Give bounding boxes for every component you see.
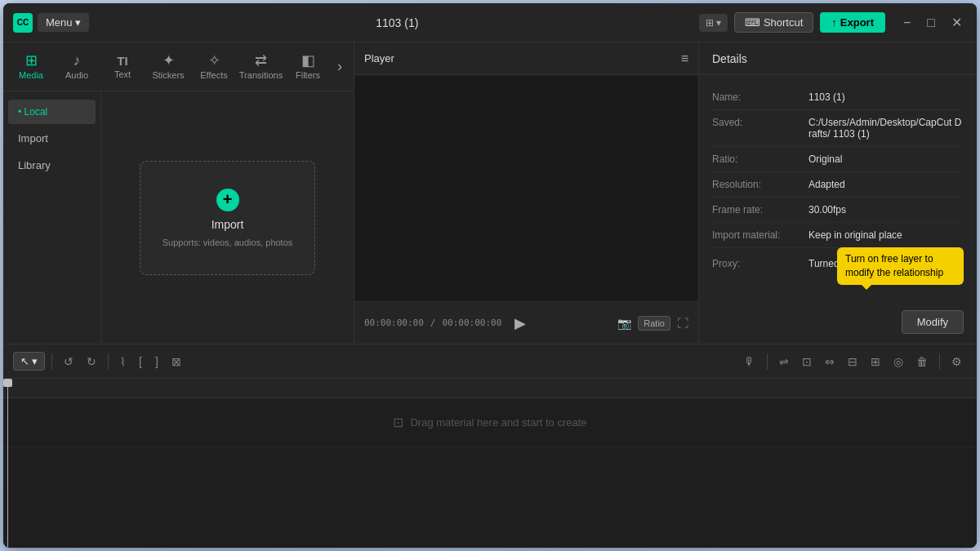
mic-button[interactable]: 🎙	[739, 352, 760, 371]
track-tool-1[interactable]: ⇌	[774, 352, 794, 371]
detail-row-proxy: Proxy: Turned off Turn on free layer to …	[712, 251, 964, 279]
project-title: 1103 (1)	[96, 16, 698, 29]
tab-effects[interactable]: ✧ Effects	[193, 50, 235, 83]
time-current: 00:00:00:00	[364, 318, 424, 328]
track-tool-2[interactable]: ⊡	[797, 352, 817, 371]
toolbar-divider-4	[939, 353, 940, 370]
trim-end-button[interactable]: ]	[150, 352, 163, 371]
detail-label-name: Name:	[712, 91, 802, 103]
shortcut-button[interactable]: ⌨ Shortcut	[734, 12, 813, 33]
player-panel: Player ≡ 00:00:00:00 / 00:00:00:00 ▶ 📷 R…	[354, 42, 699, 344]
media-tab-label: Media	[19, 70, 43, 80]
trim-start-button[interactable]: [	[134, 352, 147, 371]
play-button[interactable]: ▶	[508, 314, 532, 332]
detail-row-saved: Saved: C:/Users/Admin/Desktop/CapCut Dra…	[712, 110, 964, 147]
title-right-area: ⊞ ▾ ⌨ Shortcut ↑ Export − □ ✕	[699, 12, 967, 33]
sidebar-item-import[interactable]: Import	[8, 126, 96, 151]
tab-audio[interactable]: ♪ Audio	[56, 50, 98, 83]
effects-tab-icon: ✧	[208, 53, 220, 68]
capcut-logo: CC	[13, 13, 33, 33]
modify-button[interactable]: Modify	[902, 310, 964, 334]
title-bar: CC Menu ▾ 1103 (1) ⊞ ▾ ⌨ Shortcut ↑ Expo…	[3, 3, 977, 42]
cursor-dropdown-icon: ▾	[32, 355, 38, 367]
main-area: ⊞ Media ♪ Audio TI Text ✦ Stickers ✧ E	[3, 42, 977, 344]
detail-row-import: Import material: Keep in original place	[712, 223, 964, 248]
track-tool-4[interactable]: ⊟	[843, 352, 862, 371]
import-sub-label: Supports: videos, audios, photos	[163, 238, 293, 247]
timeline-ruler	[3, 379, 977, 398]
timeline-tracks: ⊡ Drag material here and start to create	[3, 398, 977, 548]
redo-button[interactable]: ↻	[82, 352, 101, 371]
fullscreen-button[interactable]: ⛶	[677, 317, 688, 330]
import-label: Import	[212, 218, 244, 231]
drop-film-icon: ⊡	[393, 415, 403, 430]
cursor-tool-button[interactable]: ↖ ▾	[13, 352, 45, 371]
timeline-right-tools: 🎙 ⇌ ⊡ ⇔ ⊟ ⊞ ◎ 🗑 ⚙	[739, 352, 967, 371]
player-header: Player ≡	[354, 42, 698, 75]
close-button[interactable]: ✕	[947, 13, 967, 32]
camera-icon-button[interactable]: 📷	[617, 317, 631, 330]
undo-button[interactable]: ↺	[59, 352, 78, 371]
export-button[interactable]: ↑ Export	[820, 12, 885, 33]
track-tool-6[interactable]: ◎	[889, 352, 908, 371]
detail-value-saved: C:/Users/Admin/Desktop/CapCut Drafts/ 11…	[808, 117, 964, 140]
details-title: Details	[712, 52, 747, 65]
stickers-tab-label: Stickers	[152, 70, 184, 80]
audio-tab-label: Audio	[65, 70, 88, 80]
player-controls: 00:00:00:00 / 00:00:00:00 ▶ 📷 Ratio ⛶	[354, 301, 698, 344]
details-content: Name: 1103 (1) Saved: C:/Users/Admin/Des…	[699, 75, 977, 300]
text-tab-icon: TI	[117, 55, 127, 67]
details-footer: Modify	[699, 300, 977, 344]
view-toggle-button[interactable]: ⊞ ▾	[699, 14, 728, 32]
left-panel: ⊞ Media ♪ Audio TI Text ✦ Stickers ✧ E	[3, 42, 354, 344]
sidebar-item-library[interactable]: Library	[8, 153, 96, 178]
track-tool-delete[interactable]: 🗑	[911, 352, 933, 371]
details-header: Details	[699, 42, 977, 75]
drop-text: Drag material here and start to create	[410, 416, 586, 429]
audio-tab-icon: ♪	[74, 53, 81, 68]
filters-tab-label: Filters	[296, 70, 320, 80]
ratio-badge-button[interactable]: Ratio	[638, 316, 670, 331]
track-tool-5[interactable]: ⊞	[866, 352, 885, 371]
delete-button[interactable]: ⊠	[167, 352, 186, 371]
export-icon: ↑	[831, 16, 837, 29]
player-right-icons: 📷 Ratio ⛶	[617, 316, 688, 331]
detail-label-import: Import material:	[712, 229, 802, 241]
detail-row-name: Name: 1103 (1)	[712, 85, 964, 110]
stickers-tab-icon: ✦	[163, 53, 175, 68]
split-button[interactable]: ⌇	[115, 352, 131, 371]
tab-filters[interactable]: ◧ Filters	[287, 50, 329, 83]
track-tool-3[interactable]: ⇔	[820, 352, 840, 371]
detail-label-proxy: Proxy:	[712, 258, 802, 269]
transitions-tab-label: Transitions	[239, 70, 283, 80]
minimize-button[interactable]: −	[898, 13, 915, 32]
time-separator: /	[430, 318, 436, 328]
main-track-row: ⊡ Drag material here and start to create	[3, 398, 977, 447]
time-total: 00:00:00:00	[442, 318, 501, 328]
tab-text[interactable]: TI Text	[101, 51, 144, 82]
timeline-settings-button[interactable]: ⚙	[947, 352, 967, 371]
maximize-button[interactable]: □	[922, 13, 940, 32]
app-container: CC Menu ▾ 1103 (1) ⊞ ▾ ⌨ Shortcut ↑ Expo…	[3, 3, 977, 548]
import-plus-icon: +	[216, 189, 239, 211]
sidebar-item-local[interactable]: • Local	[8, 100, 96, 124]
toolbar-divider-3	[767, 353, 768, 370]
drop-text-row: ⊡ Drag material here and start to create	[393, 415, 586, 430]
tab-stickers[interactable]: ✦ Stickers	[147, 50, 189, 83]
detail-value-import: Keep in original place	[808, 229, 902, 241]
timeline-ruler-area: ⊡ Drag material here and start to create	[3, 379, 977, 548]
tab-more-button[interactable]: ›	[332, 55, 347, 78]
playhead-line	[7, 379, 8, 548]
toolbar-divider-1	[51, 353, 52, 370]
player-menu-icon[interactable]: ≡	[681, 51, 688, 66]
main-track-content: ⊡ Drag material here and start to create	[3, 398, 977, 447]
detail-label-framerate: Frame rate:	[712, 204, 802, 216]
playhead-head	[3, 379, 12, 387]
import-drop-zone[interactable]: + Import Supports: videos, audios, photo…	[140, 161, 315, 275]
tab-media[interactable]: ⊞ Media	[10, 50, 52, 83]
detail-row-ratio: Ratio: Original	[712, 147, 964, 172]
menu-button[interactable]: Menu ▾	[38, 13, 89, 32]
cursor-icon: ↖	[20, 355, 29, 367]
logo-area: CC Menu ▾	[13, 13, 89, 33]
tab-transitions[interactable]: ⇄ Transitions	[238, 50, 283, 83]
